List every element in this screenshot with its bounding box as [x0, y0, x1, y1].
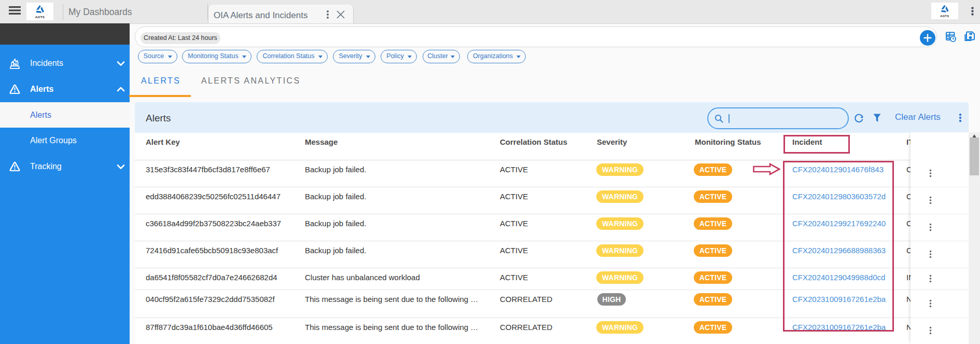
svg-text:AOTS: AOTS — [940, 15, 949, 18]
svg-text:AOTS: AOTS — [35, 16, 45, 19]
